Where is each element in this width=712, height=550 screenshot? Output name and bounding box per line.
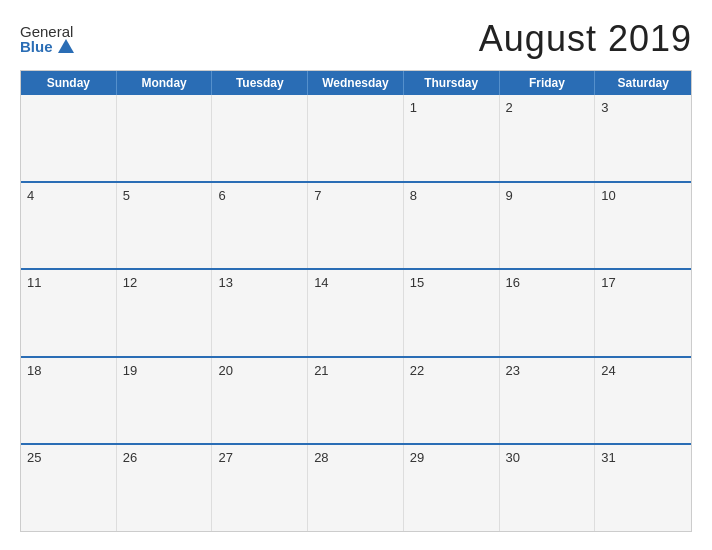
cell-w2-mon: 5 — [117, 183, 213, 269]
calendar-page: General Blue August 2019 Sunday Monday T… — [0, 0, 712, 550]
week-3: 11 12 13 14 15 16 17 — [21, 268, 691, 356]
header-thursday: Thursday — [404, 71, 500, 95]
calendar-header: Sunday Monday Tuesday Wednesday Thursday… — [21, 71, 691, 95]
header-wednesday: Wednesday — [308, 71, 404, 95]
cell-w5-tue: 27 — [212, 445, 308, 531]
cell-w5-sun: 25 — [21, 445, 117, 531]
cell-w5-mon: 26 — [117, 445, 213, 531]
cell-w1-fri: 2 — [500, 95, 596, 181]
logo-triangle-icon — [58, 39, 74, 53]
cell-w4-sun: 18 — [21, 358, 117, 444]
cell-w5-thu: 29 — [404, 445, 500, 531]
cell-w2-thu: 8 — [404, 183, 500, 269]
cell-w2-sat: 10 — [595, 183, 691, 269]
cell-w3-sat: 17 — [595, 270, 691, 356]
cell-w1-tue — [212, 95, 308, 181]
cell-w2-tue: 6 — [212, 183, 308, 269]
week-5: 25 26 27 28 29 30 31 — [21, 443, 691, 531]
month-title: August 2019 — [479, 18, 692, 60]
cell-w4-tue: 20 — [212, 358, 308, 444]
cell-w3-sun: 11 — [21, 270, 117, 356]
cell-w1-sun — [21, 95, 117, 181]
cell-w4-fri: 23 — [500, 358, 596, 444]
cell-w1-thu: 1 — [404, 95, 500, 181]
logo-blue-row: Blue — [20, 39, 74, 54]
cell-w3-tue: 13 — [212, 270, 308, 356]
cell-w5-wed: 28 — [308, 445, 404, 531]
week-4: 18 19 20 21 22 23 24 — [21, 356, 691, 444]
calendar-grid: Sunday Monday Tuesday Wednesday Thursday… — [20, 70, 692, 532]
cell-w2-sun: 4 — [21, 183, 117, 269]
cell-w1-sat: 3 — [595, 95, 691, 181]
calendar-body: 1 2 3 4 5 6 7 8 9 10 11 12 13 14 15 16 — [21, 95, 691, 531]
cell-w1-wed — [308, 95, 404, 181]
header-friday: Friday — [500, 71, 596, 95]
cell-w2-wed: 7 — [308, 183, 404, 269]
cell-w3-thu: 15 — [404, 270, 500, 356]
cell-w4-thu: 22 — [404, 358, 500, 444]
cell-w1-mon — [117, 95, 213, 181]
header-saturday: Saturday — [595, 71, 691, 95]
page-header: General Blue August 2019 — [20, 18, 692, 60]
cell-w4-mon: 19 — [117, 358, 213, 444]
cell-w3-mon: 12 — [117, 270, 213, 356]
week-2: 4 5 6 7 8 9 10 — [21, 181, 691, 269]
cell-w4-sat: 24 — [595, 358, 691, 444]
cell-w5-fri: 30 — [500, 445, 596, 531]
header-tuesday: Tuesday — [212, 71, 308, 95]
cell-w3-wed: 14 — [308, 270, 404, 356]
cell-w5-sat: 31 — [595, 445, 691, 531]
logo-general-text: General — [20, 24, 74, 39]
logo: General Blue — [20, 24, 74, 54]
week-1: 1 2 3 — [21, 95, 691, 181]
header-monday: Monday — [117, 71, 213, 95]
cell-w3-fri: 16 — [500, 270, 596, 356]
logo-blue-text: Blue — [20, 39, 53, 54]
cell-w4-wed: 21 — [308, 358, 404, 444]
cell-w2-fri: 9 — [500, 183, 596, 269]
header-sunday: Sunday — [21, 71, 117, 95]
